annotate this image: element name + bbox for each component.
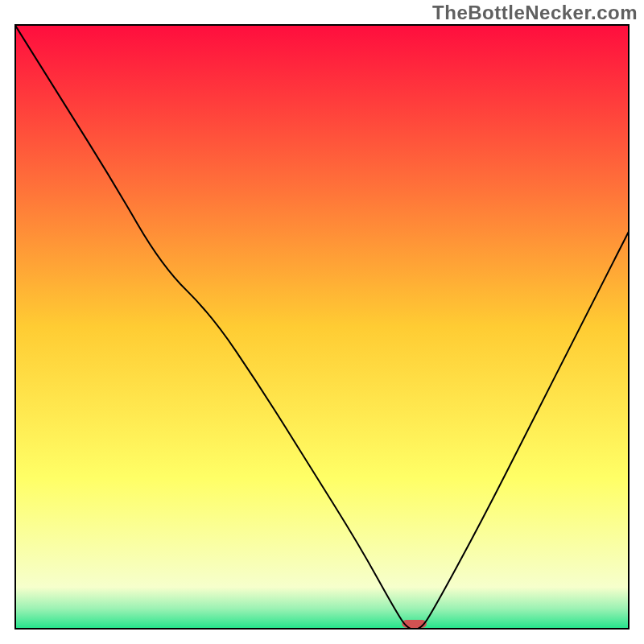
watermark-label: TheBottleNecker.com xyxy=(432,2,638,24)
chart-plot-area xyxy=(14,24,630,630)
chart-background xyxy=(14,24,630,630)
marker-pill xyxy=(402,620,427,628)
chart-svg xyxy=(14,24,630,630)
chart-frame: TheBottleNecker.com xyxy=(0,0,644,644)
